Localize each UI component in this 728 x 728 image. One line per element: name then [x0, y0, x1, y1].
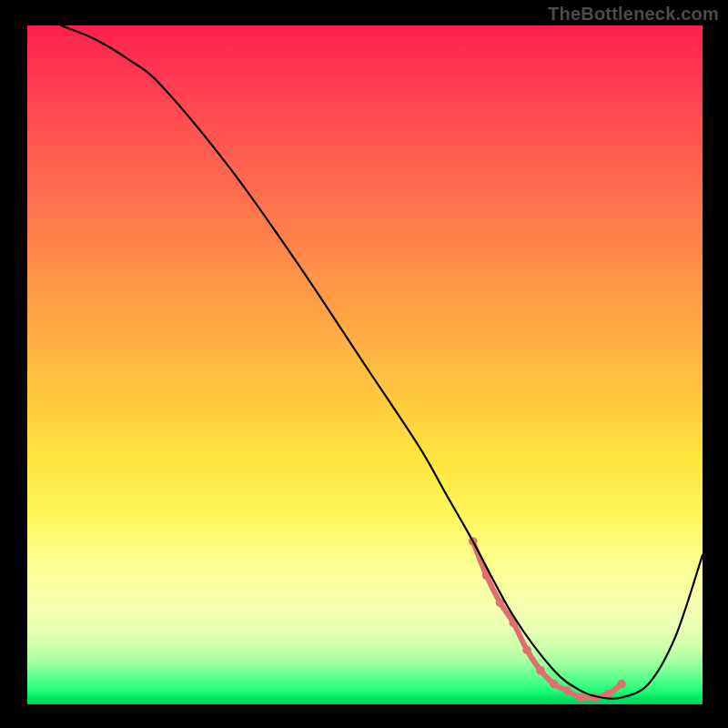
highlight-dot	[522, 646, 531, 655]
highlight-dot	[617, 680, 626, 689]
highlight-layer	[469, 537, 626, 702]
highlight-band-path	[473, 541, 622, 698]
chart-overlay	[27, 25, 703, 704]
highlight-dot	[563, 686, 572, 695]
watermark-label: TheBottleneck.com	[548, 4, 719, 25]
highlight-dot	[577, 693, 586, 703]
highlight-dot	[550, 680, 559, 689]
chart-stage: TheBottleneck.com	[0, 0, 728, 728]
curve-layer	[61, 25, 703, 699]
bottleneck-curve-path	[61, 25, 703, 699]
plot-area	[27, 25, 703, 704]
highlight-dot	[536, 666, 545, 675]
